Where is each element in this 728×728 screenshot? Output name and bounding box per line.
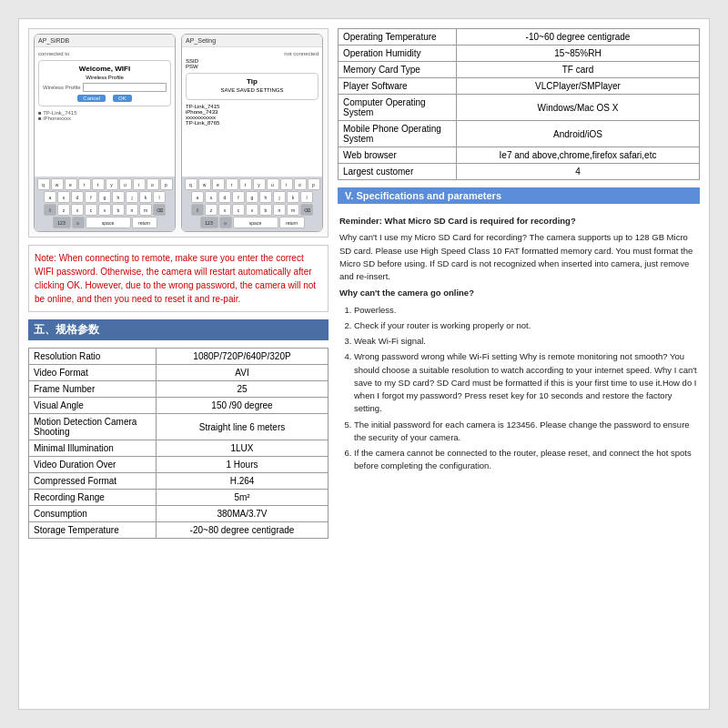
key2-x[interactable]: x [218, 204, 231, 216]
key2-q[interactable]: q [185, 178, 197, 190]
cancel-button[interactable]: Cancel [77, 95, 106, 102]
key-f[interactable]: f [85, 191, 97, 203]
phone-screenshots: AP_SiRDB connected to Welcome, WIFI Wire… [28, 28, 329, 238]
key-c[interactable]: c [85, 204, 97, 216]
spec-label: Operation Humidity [339, 46, 457, 62]
key-o[interactable]: o [147, 178, 159, 190]
wifi-label: Wireless Profile [43, 85, 81, 90]
key2-a[interactable]: a [191, 191, 204, 203]
key2-l[interactable]: l [300, 191, 313, 203]
key-g[interactable]: g [98, 191, 111, 203]
table-row: Player SoftwareVLCPlayer/SMPlayer [339, 78, 700, 95]
key2-i[interactable]: i [280, 178, 293, 190]
screen2-dialog-msg: SAVE SAVED SETTINGS [190, 87, 314, 93]
key-w[interactable]: w [51, 178, 64, 190]
key2-t[interactable]: t [239, 178, 252, 190]
spec-label: Compressed Format [29, 473, 157, 490]
right-specs-table: Operating Temperature-10~60 degree centi… [338, 28, 700, 180]
key-v[interactable]: v [98, 204, 111, 216]
key-m[interactable]: m [139, 204, 152, 216]
key2-s[interactable]: s [205, 191, 217, 203]
key2-w[interactable]: w [198, 178, 211, 190]
key2-z[interactable]: z [205, 204, 217, 216]
spec-value: H.264 [157, 473, 329, 490]
key-t[interactable]: t [92, 178, 105, 190]
key-x[interactable]: x [71, 204, 84, 216]
key2-o[interactable]: o [294, 178, 307, 190]
key-e[interactable]: e [65, 178, 77, 190]
table-row: Memory Card TypeTF card [339, 62, 700, 78]
key-y[interactable]: y [106, 178, 118, 190]
key-a[interactable]: a [44, 191, 56, 203]
key2-k[interactable]: k [287, 191, 299, 203]
key-z[interactable]: z [57, 204, 70, 216]
wifi-dialog-1: Welcome, WIFI Wireless Profile Wireless … [38, 60, 171, 106]
key-backspace[interactable]: ⌫ [153, 204, 166, 216]
spec-value: 150 /90 degree [157, 398, 329, 414]
key2-space[interactable]: space [233, 217, 278, 228]
key-n[interactable]: n [126, 204, 138, 216]
spec-value: 1LUX [157, 440, 329, 457]
spec-label: Storage Temperature [29, 522, 157, 539]
key2-y[interactable]: y [253, 178, 266, 190]
key2-u[interactable]: u [267, 178, 279, 190]
table-row: Frame Number25 [29, 381, 329, 398]
key2-shift[interactable]: ⇧ [191, 204, 204, 216]
key2-g[interactable]: g [246, 191, 258, 203]
key-j[interactable]: j [126, 191, 138, 203]
key-space[interactable]: space [86, 217, 131, 228]
key2-j[interactable]: j [273, 191, 286, 203]
key-u[interactable]: u [119, 178, 132, 190]
key2-m[interactable]: m [287, 204, 299, 216]
table-row: Web browserIe7 and above,chrome,firefox … [339, 147, 700, 164]
key-return[interactable]: return [132, 217, 157, 228]
key-r[interactable]: r [78, 178, 91, 190]
key2-h[interactable]: h [259, 191, 272, 203]
key-h[interactable]: h [112, 191, 125, 203]
spec-value: -10~60 degree centigrade [457, 29, 700, 46]
key2-b[interactable]: b [259, 204, 272, 216]
wifi-input-box[interactable] [83, 83, 167, 92]
key2-v[interactable]: v [246, 204, 258, 216]
spec-label: Memory Card Type [339, 62, 457, 78]
table-row: Motion Detection Camera ShootingStraight… [29, 414, 329, 440]
key-i[interactable]: i [133, 178, 146, 190]
screen2-title: AP_Seting [186, 37, 216, 44]
key-123[interactable]: 123 [53, 217, 71, 228]
key2-f[interactable]: f [232, 191, 245, 203]
key2-d[interactable]: d [218, 191, 231, 203]
key-l[interactable]: l [153, 191, 166, 203]
key2-p[interactable]: p [308, 178, 320, 190]
key-d[interactable]: d [71, 191, 84, 203]
key2-r[interactable]: r [226, 178, 238, 190]
key2-backspace[interactable]: ⌫ [300, 204, 313, 216]
key2-c[interactable]: c [232, 204, 245, 216]
key2-return[interactable]: return [279, 217, 305, 228]
key2-n[interactable]: n [273, 204, 286, 216]
phone-screen-2: AP_Seting not connected SSID PSW Tip SAV… [181, 34, 323, 232]
screen2-connected: not connected [186, 51, 318, 56]
list-item: If the camera cannot be connected to the… [354, 447, 698, 473]
table-row: Storage Temperature-20~80 degree centigr… [29, 522, 329, 539]
key-k[interactable]: k [139, 191, 152, 203]
key-s[interactable]: s [57, 191, 70, 203]
spec-value: TF card [457, 62, 700, 78]
list-item: The initial password for each camera is … [354, 419, 698, 445]
key-b[interactable]: b [112, 204, 125, 216]
table-row: Video Duration Over1 Hours [29, 457, 329, 473]
key2-emoji[interactable]: ☺ [219, 217, 232, 228]
note-text: Note: When connecting to remote, make su… [35, 253, 316, 304]
spec-value: 25 [157, 381, 329, 398]
key-p[interactable]: p [160, 178, 173, 190]
main-page: AP_SiRDB connected to Welcome, WIFI Wire… [18, 18, 710, 710]
key2-e[interactable]: e [212, 178, 225, 190]
spec-value: -20~80 degree centigrade [157, 522, 329, 539]
wifi-dialog-2: Tip SAVE SAVED SETTINGS [186, 73, 318, 100]
ok-button[interactable]: OK [113, 95, 132, 102]
spec-label: Player Software [339, 78, 457, 95]
section-header-v: V. Specifications and parameters [338, 187, 700, 204]
key-q[interactable]: q [37, 178, 50, 190]
key2-123[interactable]: 123 [200, 217, 218, 228]
key-shift[interactable]: ⇧ [44, 204, 56, 216]
key-emoji[interactable]: ☺ [72, 217, 85, 228]
